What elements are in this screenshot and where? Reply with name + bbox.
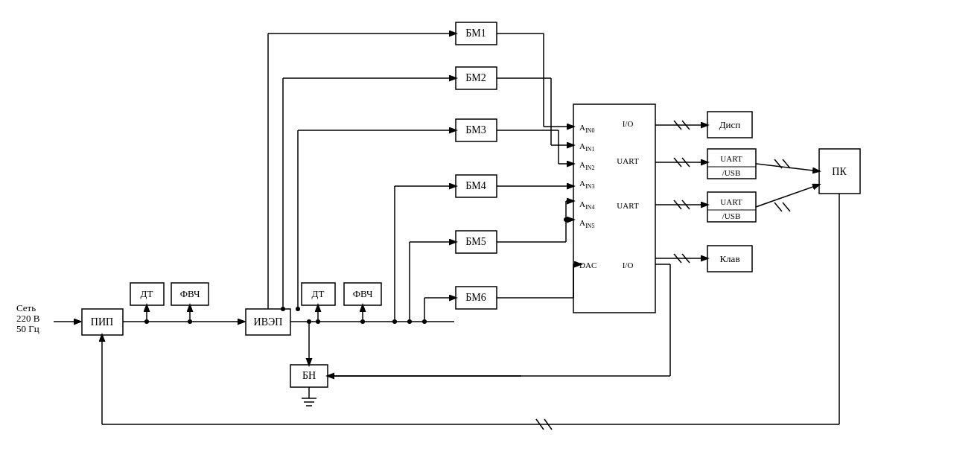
bn-label: БН bbox=[302, 370, 316, 381]
fvch2-label: ФВЧ bbox=[353, 288, 373, 299]
svg-point-30 bbox=[392, 319, 397, 324]
io1-label: I/O bbox=[623, 119, 634, 128]
uart-usb2-top: UART bbox=[720, 197, 742, 206]
source-voltage: 220 В bbox=[16, 313, 40, 324]
dac-label: DAC bbox=[579, 261, 596, 270]
svg-point-24 bbox=[281, 307, 285, 311]
svg-point-27 bbox=[296, 307, 300, 311]
svg-point-10 bbox=[316, 319, 320, 324]
svg-point-51 bbox=[564, 217, 568, 222]
dt1-label: ДТ bbox=[141, 288, 153, 299]
bm5-label: БМ5 bbox=[465, 236, 486, 247]
bm4-label: БМ4 bbox=[465, 180, 486, 191]
uart-usb1-bot: /USB bbox=[722, 168, 740, 177]
ivep-label: ИВЭП bbox=[254, 316, 283, 328]
uart2-label: UART bbox=[617, 201, 639, 210]
svg-point-18 bbox=[307, 319, 311, 324]
source-freq: 50 Гц bbox=[16, 323, 39, 334]
svg-point-33 bbox=[407, 319, 412, 324]
bm6-label: БМ6 bbox=[465, 292, 486, 303]
svg-point-12 bbox=[360, 319, 365, 324]
bm3-label: БМ3 bbox=[465, 124, 486, 135]
pk-text: ПК bbox=[832, 166, 847, 177]
svg-point-7 bbox=[188, 319, 192, 324]
dt2-label: ДТ bbox=[312, 288, 325, 299]
fvch1-label: ФВЧ bbox=[180, 288, 200, 299]
source-label: Сеть bbox=[16, 302, 36, 313]
klav-text: Клав bbox=[719, 253, 739, 264]
io2-label: I/O bbox=[623, 261, 634, 270]
uart-usb1-top: UART bbox=[720, 154, 742, 163]
svg-point-5 bbox=[144, 319, 149, 324]
disp-text: Дисп bbox=[719, 119, 741, 130]
svg-point-36 bbox=[422, 319, 427, 324]
pip-label: ПИП bbox=[91, 316, 113, 328]
bm1-label: БМ1 bbox=[465, 28, 486, 39]
uart1-label: UART bbox=[617, 156, 639, 165]
bm2-label: БМ2 bbox=[465, 72, 486, 83]
uart-usb2-bot: /USB bbox=[722, 211, 740, 220]
